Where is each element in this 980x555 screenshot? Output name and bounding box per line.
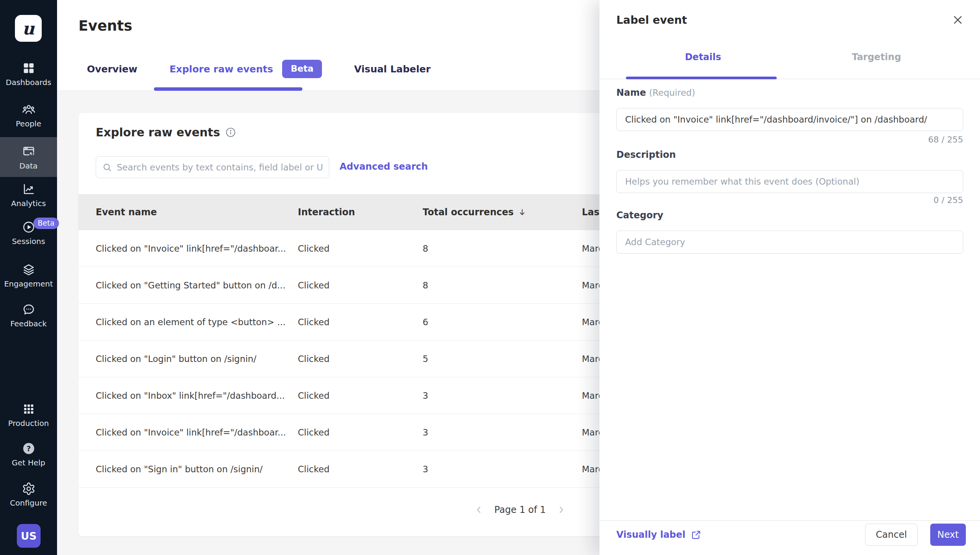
- search-box: [96, 156, 329, 178]
- col-event-name: Event name: [96, 207, 298, 218]
- name-counter: 68 / 255: [928, 135, 963, 144]
- panel-active-tab-indicator: [626, 77, 777, 79]
- user-avatar[interactable]: US: [17, 524, 41, 548]
- sidebar-item-dashboards[interactable]: Dashboards: [0, 61, 57, 87]
- category-label: Category: [616, 210, 663, 221]
- next-button[interactable]: Next: [930, 524, 966, 546]
- sidebar-item-feedback[interactable]: Feedback: [0, 303, 57, 328]
- label-event-panel: Label event Details Targeting Name(Requi…: [599, 0, 980, 555]
- name-label: Name(Required): [616, 87, 695, 98]
- sidebar-item-people[interactable]: People: [0, 103, 57, 128]
- next-page-icon[interactable]: [557, 505, 566, 514]
- sessions-beta-badge: Beta: [33, 218, 59, 229]
- tab-overview[interactable]: Overview: [87, 64, 137, 75]
- external-link-icon: [691, 530, 701, 540]
- tab-visual-labeler[interactable]: Visual Labeler: [354, 64, 431, 75]
- logo-letter: u: [22, 19, 34, 38]
- close-icon[interactable]: [951, 13, 965, 27]
- people-icon: [22, 103, 36, 116]
- info-icon[interactable]: [225, 127, 236, 138]
- sidebar-item-analytics[interactable]: Analytics: [0, 182, 57, 208]
- dashboards-icon: [22, 61, 35, 75]
- panel-tab-details[interactable]: Details: [616, 45, 790, 69]
- active-tab-indicator: [154, 87, 302, 91]
- category-input[interactable]: [616, 231, 963, 254]
- tab-explore-raw-events[interactable]: Explore raw events Beta: [170, 60, 322, 78]
- userpilot-logo[interactable]: u: [15, 15, 42, 42]
- data-icon: [22, 145, 36, 159]
- analytics-icon: [22, 182, 36, 196]
- production-icon: [22, 402, 35, 416]
- sort-desc-icon: [518, 208, 527, 217]
- feedback-icon: [22, 303, 36, 316]
- sidebar-item-configure[interactable]: Configure: [0, 482, 57, 507]
- sidebar-item-get-help[interactable]: ? Get Help: [0, 442, 57, 467]
- sidebar-item-engagement[interactable]: Engagement: [0, 263, 57, 288]
- cancel-button[interactable]: Cancel: [865, 524, 918, 546]
- help-icon: ?: [22, 442, 36, 455]
- description-label: Description: [616, 149, 676, 160]
- sidebar: u Dashboards People: [0, 0, 57, 555]
- sidebar-item-data[interactable]: Data: [0, 137, 57, 177]
- visually-label-link[interactable]: Visually label: [616, 529, 701, 540]
- pagination-label: Page 1 of 1: [494, 504, 546, 515]
- sessions-icon: Beta: [22, 220, 36, 234]
- beta-badge: Beta: [282, 60, 322, 78]
- engagement-icon: [22, 263, 36, 277]
- card-heading: Explore raw events: [96, 126, 236, 139]
- svg-text:?: ?: [26, 444, 31, 453]
- search-input[interactable]: [117, 162, 323, 172]
- sidebar-item-sessions[interactable]: Beta Sessions: [0, 220, 57, 246]
- panel-tabs: Details Targeting: [616, 45, 963, 69]
- panel-title: Label event: [616, 14, 687, 26]
- prev-page-icon[interactable]: [474, 505, 483, 514]
- description-input[interactable]: [616, 170, 963, 193]
- col-interaction: Interaction: [298, 207, 423, 218]
- page-tabs: Overview Explore raw events Beta Visual …: [87, 60, 431, 78]
- description-counter: 0 / 255: [934, 195, 963, 205]
- name-input[interactable]: [616, 108, 963, 131]
- advanced-search-link[interactable]: Advanced search: [340, 161, 428, 172]
- col-total-occurrences[interactable]: Total occurrences: [423, 207, 582, 218]
- sidebar-item-production[interactable]: Production: [0, 402, 57, 427]
- search-icon: [102, 162, 112, 172]
- panel-tab-targeting[interactable]: Targeting: [790, 45, 963, 69]
- panel-footer-divider: [599, 520, 980, 521]
- configure-icon: [22, 482, 36, 496]
- page-title: Events: [78, 18, 132, 34]
